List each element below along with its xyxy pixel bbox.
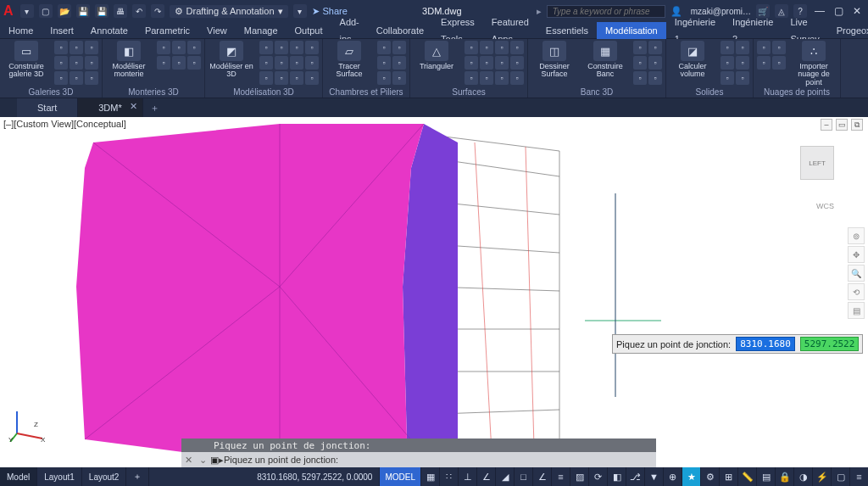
tool-icon[interactable]: ▫ <box>757 56 771 70</box>
tool-icon[interactable]: ▫ <box>495 71 509 85</box>
tab-collaborate[interactable]: Collaborate <box>368 22 432 39</box>
tool-icon[interactable]: ▫ <box>70 71 83 85</box>
tool-icon[interactable]: ▫ <box>377 71 391 85</box>
modeliser-monterie-button[interactable]: ◧ Modéliser monterie <box>106 41 152 79</box>
tool-icon[interactable]: ▫ <box>54 56 68 70</box>
3dosnap-icon[interactable]: ◧ <box>607 467 626 486</box>
coord-x-input[interactable]: 8310.1680 <box>736 337 795 351</box>
tool-icon[interactable]: ▫ <box>305 56 319 70</box>
tab-parametric[interactable]: Parametric <box>136 22 198 39</box>
tool-icon[interactable]: ▫ <box>157 56 170 70</box>
tool-icon[interactable]: ▫ <box>54 71 68 85</box>
tab-home[interactable]: Home <box>0 22 42 39</box>
tool-icon[interactable]: ▫ <box>772 41 786 54</box>
command-input-row[interactable]: ✕ ⌄ ▣ ▸Piquez un point de jonction: <box>181 452 656 467</box>
undo-icon[interactable]: ↶ <box>132 4 146 18</box>
tool-icon[interactable]: ▫ <box>187 41 201 54</box>
tool-icon[interactable]: ▫ <box>392 71 406 85</box>
tool-icon[interactable]: ▫ <box>392 41 406 54</box>
restore-icon[interactable]: ▢ <box>831 5 846 17</box>
tool-icon[interactable]: ▫ <box>648 41 662 54</box>
tool-icon[interactable]: ▫ <box>305 41 319 54</box>
workspace-icon[interactable]: ⚙ <box>700 467 719 486</box>
tool-icon[interactable]: ▫ <box>465 41 478 54</box>
tool-icon[interactable]: ▫ <box>275 41 288 54</box>
customize-icon[interactable]: ≡ <box>849 467 868 486</box>
tool-icon[interactable]: ▫ <box>465 56 478 70</box>
tool-icon[interactable]: ▫ <box>377 41 391 54</box>
tool-icon[interactable]: ▫ <box>377 56 391 70</box>
close-icon[interactable]: ✕ <box>849 5 865 17</box>
snap-icon[interactable]: ∷ <box>439 467 458 486</box>
grid-icon[interactable]: ▦ <box>420 467 439 486</box>
tool-icon[interactable]: ▫ <box>54 41 68 54</box>
ortho-icon[interactable]: ⊥ <box>458 467 476 486</box>
qat-overflow-icon[interactable]: ▾ <box>293 4 307 18</box>
tool-icon[interactable]: ▫ <box>275 71 288 85</box>
tab-output[interactable]: Output <box>287 22 331 39</box>
tool-icon[interactable]: ▫ <box>480 56 493 70</box>
isolate-icon[interactable]: ◑ <box>793 467 812 486</box>
hwaccel-icon[interactable]: ⚡ <box>812 467 831 486</box>
construire-galerie-3d-button[interactable]: ▭ Construire galerie 3D <box>3 41 49 79</box>
tab-insert[interactable]: Insert <box>42 22 82 39</box>
tool-icon[interactable]: ▫ <box>172 56 186 70</box>
modeliser-3d-button[interactable]: ◩ Modéliser en 3D <box>209 41 254 79</box>
new-tab-button[interactable]: ＋ <box>143 98 166 117</box>
layout-tab-model[interactable]: Model <box>0 467 37 486</box>
tool-icon[interactable]: ▫ <box>736 71 749 85</box>
tool-icon[interactable]: ▫ <box>510 71 524 85</box>
layout-tab-layout1[interactable]: Layout1 <box>37 467 82 486</box>
model-space-button[interactable]: MODEL <box>380 467 420 486</box>
tab-annotate[interactable]: Annotate <box>82 22 136 39</box>
tool-icon[interactable]: ▫ <box>495 41 509 54</box>
workspace-switcher[interactable]: ⚙ Drafting & Annotation ▾ <box>170 5 288 18</box>
tool-icon[interactable]: ▫ <box>259 41 273 54</box>
tool-icon[interactable]: ▫ <box>510 41 524 54</box>
gizmo-icon[interactable]: ⊕ <box>663 467 682 486</box>
cleanscreen-icon[interactable]: ▢ <box>831 467 849 486</box>
coord-y-input[interactable]: 5297.2522 <box>800 337 860 351</box>
tool-icon[interactable]: ▫ <box>648 71 662 85</box>
tool-icon[interactable]: ▫ <box>85 56 98 70</box>
dynucs-icon[interactable]: ⎇ <box>626 467 644 486</box>
tool-icon[interactable]: ▫ <box>85 41 98 54</box>
tab-manage[interactable]: Manage <box>236 22 287 39</box>
open-icon[interactable]: 📂 <box>58 4 71 18</box>
lineweight-icon[interactable]: ≡ <box>551 467 570 486</box>
tab-modelisation[interactable]: Modélisation <box>597 22 666 39</box>
layout-tab-layout2[interactable]: Layout2 <box>82 467 127 486</box>
cycling-icon[interactable]: ⟳ <box>588 467 607 486</box>
tool-icon[interactable]: ▫ <box>721 56 734 70</box>
construire-banc-button[interactable]: ▦ Construire Banc <box>582 41 628 79</box>
tool-icon[interactable]: ▫ <box>736 41 749 54</box>
tool-icon[interactable]: ▫ <box>465 71 478 85</box>
drawing-canvas[interactable]: [–][Custom View][Conceptual] – ▭ ⧉ LEFT … <box>0 117 868 467</box>
layout-add-button[interactable]: ＋ <box>126 467 149 486</box>
tool-icon[interactable]: ▫ <box>633 41 647 54</box>
tool-icon[interactable]: ▫ <box>736 56 749 70</box>
isodraft-icon[interactable]: ◢ <box>495 467 514 486</box>
tab-progeox[interactable]: Progeox <box>828 22 868 39</box>
tool-icon[interactable]: ▫ <box>480 71 493 85</box>
tool-icon[interactable]: ▫ <box>290 56 303 70</box>
quickprops-icon[interactable]: ▤ <box>756 467 775 486</box>
tool-icon[interactable]: ▫ <box>70 56 83 70</box>
tool-icon[interactable]: ▫ <box>259 71 273 85</box>
tool-icon[interactable]: ▫ <box>290 41 303 54</box>
tool-icon[interactable]: ▫ <box>70 41 83 54</box>
filter-icon[interactable]: ▼ <box>644 467 663 486</box>
tool-icon[interactable]: ▫ <box>510 56 524 70</box>
transparency-icon[interactable]: ▨ <box>570 467 588 486</box>
annotation-icon[interactable]: ★ <box>682 467 700 486</box>
tool-icon[interactable]: ▫ <box>495 56 509 70</box>
annomon-icon[interactable]: ⊞ <box>719 467 737 486</box>
tool-icon[interactable]: ▫ <box>305 71 319 85</box>
tool-icon[interactable]: ▫ <box>172 41 186 54</box>
importer-nuage-button[interactable]: ∴ Importer nuage de point <box>791 41 837 87</box>
calculer-volume-button[interactable]: ◪ Calculer volume <box>670 41 715 79</box>
polar-icon[interactable]: ∠ <box>476 467 495 486</box>
plot-icon[interactable]: 🖶 <box>114 4 127 18</box>
new-icon[interactable]: ▢ <box>39 4 53 18</box>
command-prompt[interactable]: ▸Piquez un point de jonction: <box>219 455 338 466</box>
